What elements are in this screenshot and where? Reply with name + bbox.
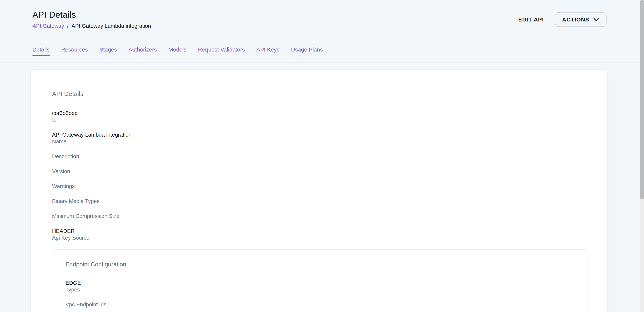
- field-types-label: Types: [66, 286, 574, 293]
- page-title: API Details: [32, 10, 151, 20]
- field-version-label: Version: [52, 168, 586, 175]
- tab-models[interactable]: Models: [168, 46, 186, 56]
- field-warnings-label: Warnings: [52, 183, 586, 190]
- field-api-key-source: HEADER Api Key Source: [52, 228, 586, 241]
- field-binary-media-types-label: Binary Media Types: [52, 198, 586, 204]
- tab-bar: Details Resources Stages Authorizers Mod…: [0, 39, 640, 63]
- field-description: Description: [52, 153, 586, 160]
- page-header: API Details API Gateway / API Gateway La…: [0, 0, 640, 39]
- tab-api-keys[interactable]: API Keys: [256, 46, 279, 56]
- field-types-value: EDGE: [66, 280, 574, 286]
- api-details-card: API Details cor3o5oeci Id API Gateway La…: [31, 70, 607, 312]
- api-details-section-title: API Details: [52, 90, 586, 98]
- breadcrumb: API Gateway / API Gateway Lambda integra…: [32, 22, 151, 30]
- breadcrumb-separator: /: [67, 22, 68, 30]
- scrollbar-thumb[interactable]: [640, 0, 644, 199]
- tab-authorizers[interactable]: Authorizers: [128, 46, 157, 56]
- field-name-label: Name: [52, 138, 586, 145]
- tab-usage-plans[interactable]: Usage Plans: [291, 46, 323, 56]
- actions-button[interactable]: ACTIONS: [555, 12, 607, 27]
- tab-request-validators[interactable]: Request Validators: [198, 46, 245, 56]
- field-api-key-source-value: HEADER: [52, 228, 586, 234]
- tab-resources[interactable]: Resources: [61, 46, 88, 56]
- field-warnings: Warnings: [52, 183, 586, 190]
- field-binary-media-types: Binary Media Types: [52, 198, 586, 204]
- endpoint-configuration-title: Endpoint Configuration: [66, 260, 574, 268]
- edit-api-button[interactable]: EDIT API: [518, 16, 544, 23]
- field-id-value: cor3o5oeci: [52, 110, 586, 116]
- chevron-down-icon: [594, 18, 599, 22]
- breadcrumb-link-api-gateway[interactable]: API Gateway: [32, 22, 64, 30]
- tab-details[interactable]: Details: [32, 46, 50, 56]
- field-types: EDGE Types: [66, 280, 574, 293]
- field-version: Version: [52, 168, 586, 175]
- breadcrumb-current: API Gateway Lambda integration: [72, 22, 151, 30]
- field-vpc-endpoint-ids-label: Vpc Endpoint Ids: [66, 301, 574, 308]
- field-api-key-source-label: Api Key Source: [52, 234, 586, 241]
- field-name: API Gateway Lambda integration Name: [52, 131, 586, 145]
- field-name-value: API Gateway Lambda integration: [52, 131, 586, 138]
- field-minimum-compression-size-label: Minimum Compression Size: [52, 213, 586, 220]
- endpoint-configuration-card: Endpoint Configuration EDGE Types Vpc En…: [52, 249, 588, 312]
- field-description-label: Description: [52, 153, 586, 160]
- header-actions: EDIT API ACTIONS: [518, 12, 606, 27]
- field-minimum-compression-size: Minimum Compression Size: [52, 213, 586, 220]
- scrollbar[interactable]: [640, 0, 644, 312]
- field-id: cor3o5oeci Id: [52, 110, 586, 123]
- field-vpc-endpoint-ids: Vpc Endpoint Ids: [66, 301, 574, 308]
- tab-stages[interactable]: Stages: [100, 46, 117, 56]
- actions-button-label: ACTIONS: [562, 16, 590, 23]
- app-window: API Details API Gateway / API Gateway La…: [0, 0, 640, 312]
- field-id-label: Id: [52, 116, 586, 123]
- title-block: API Details API Gateway / API Gateway La…: [32, 10, 151, 30]
